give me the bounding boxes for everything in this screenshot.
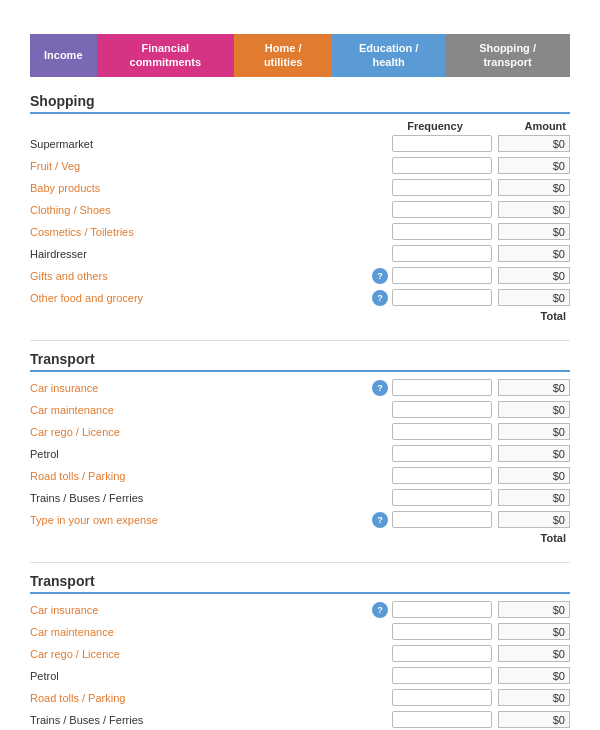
amount-field: $0 <box>498 467 570 484</box>
row-label: Other food and grocery <box>30 292 372 304</box>
frequency-input[interactable] <box>392 379 492 396</box>
tab-shopping[interactable]: Shopping / transport <box>445 34 570 77</box>
row-label: Clothing / Shoes <box>30 204 372 216</box>
table-row: Car insurance?$0 <box>30 378 570 398</box>
amount-field: $0 <box>498 623 570 640</box>
row-label: Baby products <box>30 182 372 194</box>
row-label: Road tolls / Parking <box>30 692 372 704</box>
tab-education[interactable]: Education / health <box>332 34 445 77</box>
frequency-input[interactable] <box>392 623 492 640</box>
row-label: Fruit / Veg <box>30 160 372 172</box>
row-label: Trains / Buses / Ferries <box>30 714 372 726</box>
table-row: Trains / Buses / Ferries$0 <box>30 488 570 508</box>
help-icon[interactable]: ? <box>372 290 388 306</box>
table-row: Baby products$0 <box>30 178 570 198</box>
amount-field: $0 <box>498 245 570 262</box>
tab-financial[interactable]: Financial commitments <box>97 34 235 77</box>
help-icon[interactable]: ? <box>372 512 388 528</box>
amount-field: $0 <box>498 645 570 662</box>
amount-field: $0 <box>498 267 570 284</box>
row-label: Trains / Buses / Ferries <box>30 492 372 504</box>
row-label: Type in your own expense <box>30 514 372 526</box>
frequency-input[interactable] <box>392 645 492 662</box>
row-label: Car insurance <box>30 382 372 394</box>
table-row: Petrol$0 <box>30 444 570 464</box>
table-row: Type in your own expense?$0 <box>30 510 570 530</box>
frequency-input[interactable] <box>392 289 492 306</box>
table-row: Cosmetics / Toiletries$0 <box>30 222 570 242</box>
amount-field: $0 <box>498 201 570 218</box>
frequency-input[interactable] <box>392 445 492 462</box>
amount-field: $0 <box>498 711 570 728</box>
section-divider <box>30 340 570 341</box>
row-label: Supermarket <box>30 138 372 150</box>
table-row: Road tolls / Parking$0 <box>30 688 570 708</box>
row-label: Car maintenance <box>30 404 372 416</box>
table-row: Hairdresser$0 <box>30 244 570 264</box>
frequency-input[interactable] <box>392 423 492 440</box>
amount-field: $0 <box>498 601 570 618</box>
section-title-transport2: Transport <box>30 573 570 594</box>
frequency-input[interactable] <box>392 689 492 706</box>
amount-field: $0 <box>498 445 570 462</box>
amount-field: $0 <box>498 223 570 240</box>
frequency-input[interactable] <box>392 157 492 174</box>
frequency-input[interactable] <box>392 201 492 218</box>
frequency-input[interactable] <box>392 667 492 684</box>
frequency-input[interactable] <box>392 267 492 284</box>
row-label: Hairdresser <box>30 248 372 260</box>
total-label: Total <box>498 532 570 544</box>
amount-field: $0 <box>498 135 570 152</box>
amount-header: Amount <box>490 120 570 132</box>
section-title-transport1: Transport <box>30 351 570 372</box>
help-icon[interactable]: ? <box>372 268 388 284</box>
table-row: Road tolls / Parking$0 <box>30 466 570 486</box>
help-icon[interactable]: ? <box>372 380 388 396</box>
frequency-input[interactable] <box>392 135 492 152</box>
tab-bar: IncomeFinancial commitmentsHome / utilit… <box>30 34 570 77</box>
table-row: Gifts and others?$0 <box>30 266 570 286</box>
frequency-header: Frequency <box>380 120 490 132</box>
total-row: Total <box>30 532 570 544</box>
tab-home[interactable]: Home / utilities <box>234 34 332 77</box>
section-title-shopping: Shopping <box>30 93 570 114</box>
amount-field: $0 <box>498 157 570 174</box>
frequency-input[interactable] <box>392 601 492 618</box>
amount-field: $0 <box>498 689 570 706</box>
section-divider <box>30 562 570 563</box>
table-row: Supermarket$0 <box>30 134 570 154</box>
amount-field: $0 <box>498 379 570 396</box>
help-icon[interactable]: ? <box>372 602 388 618</box>
row-label: Car maintenance <box>30 626 372 638</box>
frequency-input[interactable] <box>392 245 492 262</box>
table-row: Fruit / Veg$0 <box>30 156 570 176</box>
section-transport1: TransportCar insurance?$0Car maintenance… <box>30 351 570 544</box>
row-label: Car rego / Licence <box>30 426 372 438</box>
amount-field: $0 <box>498 401 570 418</box>
frequency-input[interactable] <box>392 179 492 196</box>
row-label: Car insurance <box>30 604 372 616</box>
table-row: Car maintenance$0 <box>30 400 570 420</box>
frequency-input[interactable] <box>392 711 492 728</box>
amount-field: $0 <box>498 179 570 196</box>
total-row: Total <box>30 310 570 322</box>
frequency-input[interactable] <box>392 511 492 528</box>
frequency-input[interactable] <box>392 401 492 418</box>
table-row: Car insurance?$0 <box>30 600 570 620</box>
column-headers: FrequencyAmount <box>30 120 570 132</box>
amount-field: $0 <box>498 489 570 506</box>
table-row: Other food and grocery?$0 <box>30 288 570 308</box>
frequency-input[interactable] <box>392 489 492 506</box>
table-row: Car maintenance$0 <box>30 622 570 642</box>
row-label: Gifts and others <box>30 270 372 282</box>
tab-income[interactable]: Income <box>30 34 97 77</box>
table-row: Petrol$0 <box>30 666 570 686</box>
row-label: Car rego / Licence <box>30 648 372 660</box>
frequency-input[interactable] <box>392 223 492 240</box>
section-transport2: TransportCar insurance?$0Car maintenance… <box>30 573 570 730</box>
amount-field: $0 <box>498 289 570 306</box>
frequency-input[interactable] <box>392 467 492 484</box>
table-row: Clothing / Shoes$0 <box>30 200 570 220</box>
amount-field: $0 <box>498 511 570 528</box>
sections-container: ShoppingFrequencyAmountSupermarket$0Frui… <box>30 93 570 730</box>
